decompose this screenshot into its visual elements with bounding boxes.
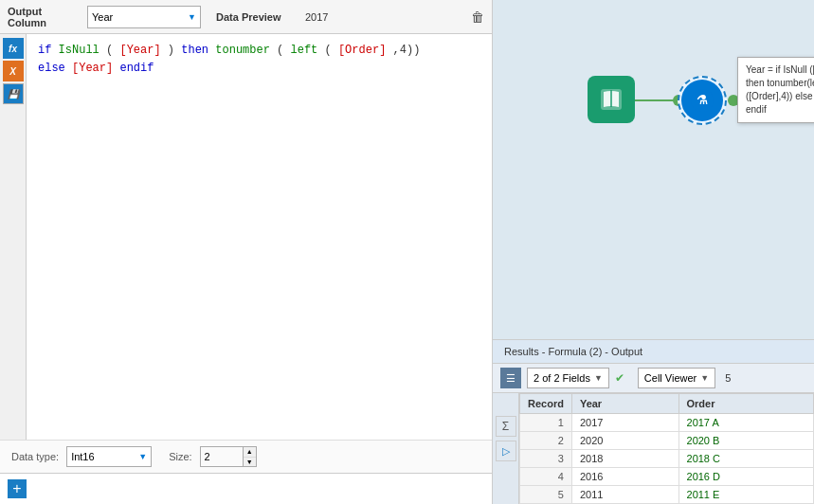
formula-area: fx X 💾 if IsNull ( [Year] ) then tonumbe… [0,34,492,440]
formula-field-year: [Year] [119,44,160,57]
formula-node[interactable]: ⚗ [678,76,727,125]
formula-fn-tonumber: tonumber [215,44,270,57]
sigma-button[interactable]: Σ [496,416,516,437]
results-header: Results - Formula (2) - Output [493,340,814,364]
col-header-year: Year [571,394,678,414]
cell-viewer-arrow-icon: ▼ [700,373,709,383]
add-column-button[interactable]: + [8,479,27,498]
formula-kw-else: else [38,62,65,75]
results-toolbar: ☰ 2 of 2 Fields ▼ ✔ Cell Viewer ▼ 5 [493,364,814,393]
datatype-dropdown[interactable]: Int16 ▼ [66,446,152,467]
cell-year: 2017 [571,414,678,432]
cell-order: 2018 C [678,450,813,468]
size-label: Size: [169,451,191,462]
results-panel: Results - Formula (2) - Output ☰ 2 of 2 … [493,339,814,504]
col-header-record: Record [520,394,572,414]
table-row: 520112011 E [520,486,814,504]
formula-fx-button[interactable]: fx [3,38,24,59]
fields-dropdown-arrow-icon: ▼ [594,373,603,383]
results-table-icon[interactable]: ☰ [500,368,521,388]
dropdown-arrow-icon: ▼ [188,12,196,22]
add-row: + [0,473,492,504]
cell-order: 2020 B [678,432,813,450]
datatype-label: Data type: [11,451,59,462]
table-row: 420162016 D [520,468,814,486]
formula-x-button[interactable]: X [3,61,24,81]
column-name-value: Year [92,11,113,23]
cell-order: 2011 E [678,486,813,504]
cell-record: 3 [520,450,572,468]
svg-text:⚗: ⚗ [696,93,708,107]
size-up-button[interactable]: ▲ [244,447,256,458]
cell-order: 2017 A [678,414,813,432]
book-icon [588,76,635,123]
row-select-button[interactable]: ▷ [496,441,516,461]
cell-viewer-label: Cell Viewer [644,372,696,384]
output-column-dropdown[interactable]: Year ▼ [87,6,201,28]
formula-kw-endif: endif [119,62,154,75]
size-field[interactable]: 2 ▲ ▼ [200,446,257,467]
table-row: 320182018 C [520,450,814,468]
size-down-button[interactable]: ▼ [244,458,256,467]
table-row: 220202020 B [520,432,814,450]
results-header-text: Results - Formula (2) - Output [504,346,642,357]
formula-field-year2: [Year] [72,62,113,75]
cell-record: 1 [520,414,572,432]
formula-kw-then: then [181,44,208,57]
cell-year: 2020 [571,432,678,450]
results-table: Record Year Order 120172017 A220202020 B… [519,393,814,504]
canvas-area: ⚗ Year = if IsNull ([Year]) then tonumbe… [493,0,814,339]
cell-record: 4 [520,468,572,486]
formula-field-order: [Order] [338,44,386,57]
size-value: 2 [201,447,243,466]
input-node[interactable] [588,76,635,123]
formula-fn-isnull: IsNull [59,44,99,57]
column-header-row: Output Column Year ▼ Data Preview 2017 🗑 [0,0,492,34]
results-count: 5 [725,372,731,384]
fields-label: 2 of 2 Fields [534,372,590,384]
datatype-dropdown-arrow-icon: ▼ [138,452,147,461]
table-area: Σ ▷ Record Year Order 120172017 A2202020… [493,393,814,504]
left-panel: Output Column Year ▼ Data Preview 2017 🗑… [0,0,493,504]
trash-icon[interactable]: 🗑 [471,9,484,25]
table-left-sidebar: Σ ▷ [493,393,519,504]
side-toolbar: fx X 💾 [0,34,27,440]
cell-year: 2018 [571,450,678,468]
tooltip-text: Year = if IsNull ([Year]) then tonumber(… [746,64,814,115]
col-header-order: Order [678,394,813,414]
save-button[interactable]: 💾 [3,83,24,104]
formula-fn-left: left [291,44,318,57]
size-spinner[interactable]: ▲ ▼ [243,447,256,466]
cell-year: 2011 [571,486,678,504]
datatype-value: Int16 [71,451,94,462]
output-column-header-label: Output Column [8,6,83,28]
data-preview-header-label: Data Preview [216,11,301,23]
formula-editor[interactable]: if IsNull ( [Year] ) then tonumber ( lef… [27,34,492,440]
fields-dropdown[interactable]: 2 of 2 Fields ▼ [527,368,609,388]
cell-record: 2 [520,432,572,450]
connector-line [635,99,678,101]
cell-viewer-dropdown[interactable]: Cell Viewer ▼ [638,368,715,388]
preview-value: 2017 [305,11,467,23]
datatype-row: Data type: Int16 ▼ Size: 2 ▲ ▼ [0,440,492,473]
formula-node-icon: ⚗ [681,80,723,121]
formula-tooltip: Year = if IsNull ([Year]) then tonumber(… [737,57,814,123]
right-panel: ⚗ Year = if IsNull ([Year]) then tonumbe… [493,0,814,504]
results-table-container: Record Year Order 120172017 A220202020 B… [519,393,814,504]
table-row: 120172017 A [520,414,814,432]
formula-kw-if: if [38,44,51,57]
cell-year: 2016 [571,468,678,486]
checkmark-icon: ✔ [615,371,624,385]
cell-order: 2016 D [678,468,813,486]
cell-record: 5 [520,486,572,504]
